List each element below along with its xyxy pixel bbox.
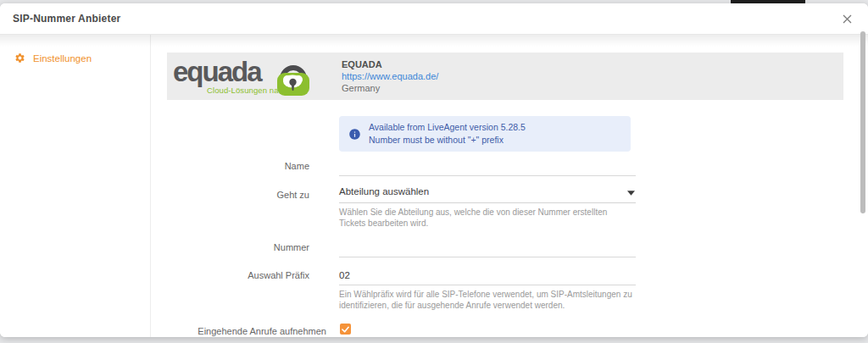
checkmark-icon <box>342 326 349 333</box>
form-row-praefix: Auswahl Präfix Ein Wählpräfix wird für a… <box>151 267 636 311</box>
praefix-helper-text: Ein Wählpräfix wird für alle SIP-Telefon… <box>339 289 636 311</box>
main-content: equada Cloud-Lösungen nach Maß <box>151 35 868 337</box>
dialog-title: SIP-Nummer Anbieter <box>13 13 120 25</box>
info-line-1: Available from LiveAgent version 5.28.5 <box>369 121 526 134</box>
record-calls-checkbox[interactable] <box>340 324 351 335</box>
sidebar-item-einstellungen[interactable]: Einstellungen <box>0 47 150 69</box>
close-icon <box>843 14 852 24</box>
form-row-record-calls: Eingehende Anrufe aufnehmen <box>151 323 637 337</box>
close-button[interactable] <box>837 9 856 28</box>
record-calls-label: Eingehende Anrufe aufnehmen <box>151 323 326 337</box>
gear-icon <box>14 53 25 64</box>
sidebar-item-label: Einstellungen <box>33 53 92 64</box>
provider-meta: EQUADA https://www.equada.de/ Germany <box>342 59 438 93</box>
sip-provider-dialog: SIP-Nummer Anbieter Einstellungen equada <box>0 3 868 337</box>
praefix-label: Auswahl Präfix <box>151 267 309 311</box>
provider-url-link[interactable]: https://www.equada.de/ <box>342 71 438 81</box>
equada-logo-tagline: Cloud-Lösungen nach Maß <box>207 86 306 95</box>
form-row-name: Name <box>151 158 636 176</box>
department-helper-text: Wählen Sie die Abteilung aus, welche die… <box>339 207 636 229</box>
dialog-body: Einstellungen equada <box>0 35 868 337</box>
info-icon <box>348 128 361 141</box>
provider-country: Germany <box>342 83 438 93</box>
nummer-label: Nummer <box>151 239 309 257</box>
chevron-down-icon <box>627 191 635 196</box>
name-input[interactable] <box>339 159 636 176</box>
dialog-header: SIP-Nummer Anbieter <box>0 3 868 35</box>
vertical-scrollbar[interactable] <box>860 31 865 213</box>
equada-logo-text: equada <box>173 55 261 89</box>
provider-name: EQUADA <box>342 59 438 69</box>
geht-zu-label: Geht zu <box>151 186 309 229</box>
nummer-input[interactable] <box>339 241 636 257</box>
form-row-geht-zu: Geht zu Abteilung auswählen Wählen Sie d… <box>151 186 636 229</box>
info-line-2: Number must be without "+" prefix <box>369 134 526 147</box>
equada-logo: equada Cloud-Lösungen nach Maß <box>167 54 335 98</box>
sidebar: Einstellungen <box>0 35 151 337</box>
praefix-input[interactable] <box>339 268 636 285</box>
name-label: Name <box>151 158 309 176</box>
provider-band: equada Cloud-Lösungen nach Maß <box>167 53 843 100</box>
department-select-value: Abteilung auswählen <box>339 186 429 196</box>
department-select[interactable]: Abteilung auswählen <box>339 186 636 203</box>
info-box: Available from LiveAgent version 5.28.5 … <box>339 116 631 152</box>
form-row-nummer: Nummer <box>151 239 636 257</box>
